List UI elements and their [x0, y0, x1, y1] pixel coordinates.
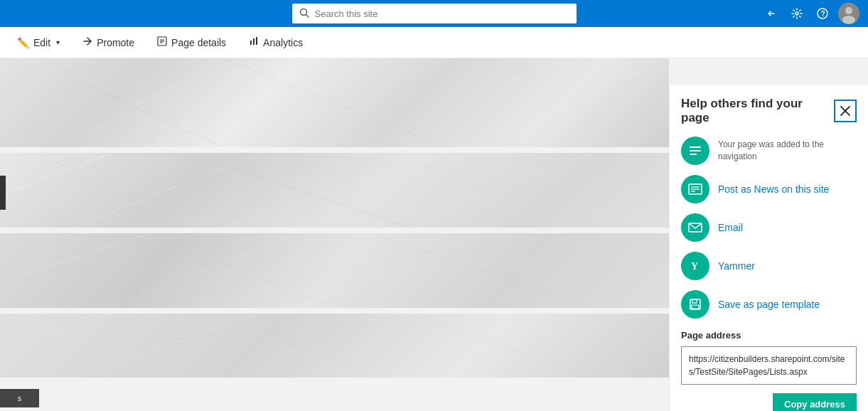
- command-bar: ✏️ Edit ▾ Promote Page details: [0, 27, 868, 58]
- svg-line-27: [37, 153, 186, 228]
- svg-line-15: [0, 58, 75, 115]
- gap-1: [0, 147, 669, 153]
- gap-2: [0, 228, 669, 233]
- svg-line-25: [223, 153, 446, 228]
- svg-text:?: ?: [821, 10, 825, 18]
- back-icon[interactable]: [761, 4, 781, 23]
- svg-rect-13: [253, 38, 254, 45]
- svg-line-20: [483, 58, 669, 147]
- svg-line-19: [372, 58, 557, 147]
- page-details-icon: [157, 36, 167, 48]
- svg-line-36: [75, 314, 260, 378]
- gap-3: [0, 308, 669, 314]
- email-icon: [681, 213, 709, 242]
- hero-section-2: [0, 153, 669, 228]
- analytics-button[interactable]: Analytics: [243, 33, 309, 51]
- svg-line-21: [75, 80, 223, 147]
- panel-title: Help others find your page: [681, 97, 834, 125]
- page-address-value[interactable]: https://citizenbuilders.sharepoint.com/s…: [681, 346, 857, 385]
- svg-rect-52: [692, 305, 699, 309]
- svg-line-24: [75, 153, 260, 228]
- svg-text:Y: Y: [691, 261, 698, 272]
- svg-point-7: [842, 16, 855, 24]
- search-icon: [299, 8, 309, 20]
- email-item[interactable]: Email: [681, 213, 857, 242]
- post-news-item[interactable]: Post as News on this site: [681, 175, 857, 203]
- svg-line-30: [0, 233, 149, 283]
- page-address-label: Page address: [681, 330, 857, 341]
- svg-point-2: [795, 12, 798, 15]
- svg-line-31: [112, 233, 297, 308]
- svg-line-26: [372, 153, 595, 228]
- svg-rect-14: [256, 37, 257, 45]
- yammer-item[interactable]: Y Yammer: [681, 252, 857, 280]
- close-panel-button[interactable]: [834, 100, 857, 122]
- navigation-text: Your page was added to the navigation: [718, 139, 857, 163]
- edit-button[interactable]: ✏️ Edit ▾: [11, 34, 65, 51]
- page-background: [0, 58, 669, 411]
- svg-line-38: [409, 314, 594, 378]
- svg-line-28: [186, 153, 409, 228]
- post-news-label: Post as News on this site: [718, 183, 829, 195]
- search-input[interactable]: [315, 9, 569, 19]
- save-template-icon: [681, 290, 709, 319]
- svg-point-6: [845, 7, 852, 14]
- yammer-label: Yammer: [718, 260, 755, 272]
- svg-line-18: [260, 58, 446, 147]
- main-layout: s Help others find your page: [0, 58, 868, 411]
- svg-line-23: [0, 153, 112, 196]
- hero-section-1: [0, 58, 669, 147]
- settings-icon[interactable]: [787, 4, 807, 23]
- svg-line-29: [409, 160, 594, 228]
- edit-icon: ✏️: [17, 37, 29, 48]
- svg-line-1: [306, 14, 309, 17]
- navigation-icon: [681, 137, 709, 165]
- save-template-item[interactable]: Save as page template: [681, 290, 857, 319]
- help-icon[interactable]: ?: [813, 4, 832, 23]
- left-tab[interactable]: [0, 176, 6, 210]
- svg-line-34: [372, 233, 595, 308]
- email-label: Email: [718, 222, 743, 233]
- save-template-label: Save as page template: [718, 299, 820, 310]
- svg-line-32: [297, 233, 483, 308]
- copy-address-button[interactable]: Copy address: [773, 393, 857, 411]
- avatar[interactable]: [838, 3, 859, 24]
- svg-line-16: [60, 58, 223, 147]
- post-news-icon: [681, 175, 709, 203]
- top-bar: ?: [0, 0, 868, 27]
- hero-section-4: [0, 314, 669, 378]
- panel-header: Help others find your page: [681, 97, 857, 125]
- svg-line-37: [223, 314, 372, 378]
- right-panel: Help others find your page Your page was…: [669, 85, 868, 411]
- bottom-left-tab[interactable]: s: [0, 389, 39, 407]
- yammer-icon: Y: [681, 252, 709, 280]
- hero-section-3: [0, 233, 669, 308]
- svg-rect-12: [250, 41, 252, 45]
- main-content: s: [0, 58, 669, 411]
- navigation-item: Your page was added to the navigation: [681, 137, 857, 165]
- promote-icon: [82, 36, 92, 48]
- svg-line-35: [0, 314, 112, 349]
- svg-line-17: [149, 58, 334, 147]
- promote-button[interactable]: Promote: [77, 33, 140, 51]
- analytics-icon: [249, 36, 259, 48]
- page-address-section: Page address https://citizenbuilders.sha…: [681, 330, 857, 385]
- top-bar-actions: ?: [761, 3, 859, 24]
- page-details-button[interactable]: Page details: [151, 33, 232, 51]
- svg-line-33: [149, 233, 334, 308]
- svg-line-22: [223, 58, 446, 147]
- search-box[interactable]: [292, 4, 577, 23]
- dropdown-chevron-icon: ▾: [56, 38, 60, 46]
